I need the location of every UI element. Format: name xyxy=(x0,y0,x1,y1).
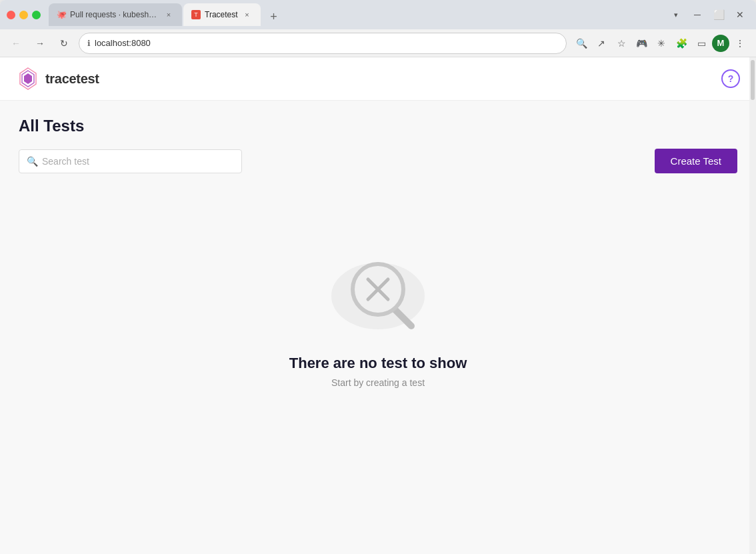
toolbar-row: 🔍 Create Test xyxy=(19,149,737,173)
extension-icon-2[interactable]: ✳ xyxy=(652,34,671,53)
restore-btn[interactable]: ⬜ xyxy=(709,5,728,24)
bookmark-icon-btn[interactable]: ☆ xyxy=(612,34,631,53)
scrollbar-thumb[interactable] xyxy=(751,60,755,100)
logo-icon xyxy=(16,67,40,91)
menu-icon-btn[interactable]: ⋮ xyxy=(731,34,749,53)
main-content: All Tests 🔍 Create Test xyxy=(0,101,756,554)
address-input[interactable] xyxy=(95,38,558,48)
empty-illustration xyxy=(318,229,438,336)
tab-2-label: Tracetest xyxy=(205,10,238,19)
address-lock-icon: ℹ xyxy=(87,39,91,48)
logo-area: tracetest xyxy=(16,67,99,91)
search-icon-btn[interactable]: 🔍 xyxy=(572,34,591,53)
reload-btn[interactable]: ↻ xyxy=(55,34,73,53)
search-input[interactable] xyxy=(19,149,242,173)
toolbar-icons: 🔍 ↗ ☆ 🎮 ✳ 🧩 ▭ M ⋮ xyxy=(572,34,749,53)
tab-2-favicon: T xyxy=(191,10,201,19)
back-btn[interactable]: ← xyxy=(7,34,25,53)
app-header: tracetest ? xyxy=(0,57,756,101)
window-maximize-btn[interactable] xyxy=(32,11,41,19)
page-title: All Tests xyxy=(19,117,737,135)
window-controls xyxy=(7,11,41,19)
close-browser-btn[interactable]: ✕ xyxy=(731,5,749,24)
page-content: tracetest ? All Tests 🔍 Create Test xyxy=(0,57,756,554)
tab-2-close[interactable]: × xyxy=(242,9,253,20)
browser-tab-1[interactable]: 🐙 Pull requests · kubeshop/ × xyxy=(49,3,182,26)
minimize-browser-btn[interactable]: ─ xyxy=(688,5,707,24)
extension-icon-1[interactable]: 🎮 xyxy=(632,34,651,53)
new-tab-btn[interactable]: + xyxy=(265,7,283,26)
tab-1-favicon: 🐙 xyxy=(57,10,66,19)
browser-window: 🐙 Pull requests · kubeshop/ × T Tracetes… xyxy=(0,0,756,554)
browser-tab-2[interactable]: T Tracetest × xyxy=(183,3,261,26)
empty-state-subtitle: Start by creating a test xyxy=(331,377,425,388)
profile-avatar[interactable]: M xyxy=(712,35,729,52)
browser-tabs: 🐙 Pull requests · kubeshop/ × T Tracetes… xyxy=(49,3,661,26)
empty-state-title: There are no test to show xyxy=(289,355,467,372)
tab-1-label: Pull requests · kubeshop/ xyxy=(70,10,159,19)
search-wrapper: 🔍 xyxy=(19,149,242,173)
tab-1-close[interactable]: × xyxy=(163,9,174,20)
empty-state: There are no test to show Start by creat… xyxy=(19,189,737,415)
window-minimize-btn[interactable] xyxy=(19,11,28,19)
forward-btn[interactable]: → xyxy=(31,34,49,53)
app-logo-text: tracetest xyxy=(45,71,99,87)
help-btn[interactable]: ? xyxy=(721,69,740,88)
browser-toolbar: ← → ↻ ℹ 🔍 ↗ ☆ 🎮 ✳ 🧩 ▭ M ⋮ xyxy=(0,29,756,57)
extensions-icon[interactable]: 🧩 xyxy=(672,34,691,53)
share-icon-btn[interactable]: ↗ xyxy=(592,34,611,53)
address-bar[interactable]: ℹ xyxy=(79,33,567,54)
window-close-btn[interactable] xyxy=(7,11,15,19)
scrollbar[interactable] xyxy=(749,57,756,554)
tab-list-btn[interactable]: ▾ xyxy=(667,5,685,24)
create-test-button[interactable]: Create Test xyxy=(655,149,737,173)
svg-marker-2 xyxy=(24,73,32,84)
browser-titlebar: 🐙 Pull requests · kubeshop/ × T Tracetes… xyxy=(0,0,756,29)
search-icon: 🔍 xyxy=(27,156,38,167)
sidebar-icon[interactable]: ▭ xyxy=(692,34,711,53)
